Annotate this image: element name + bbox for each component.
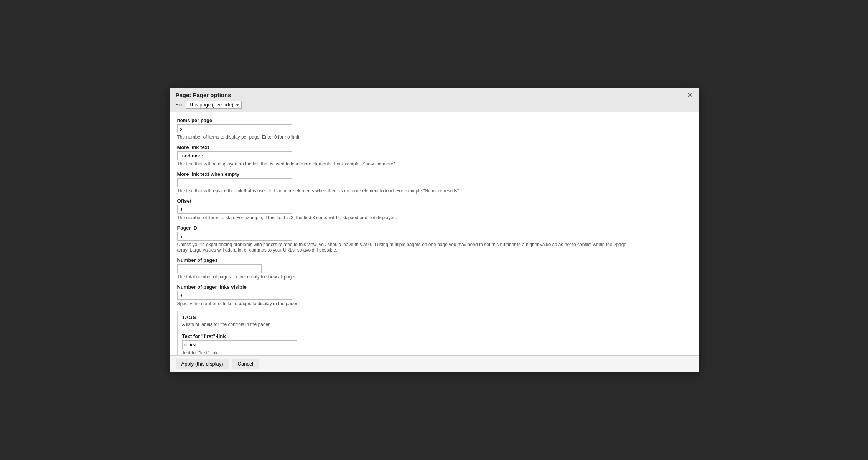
first-link-helper: Text for "first"-link (182, 350, 686, 355)
items-per-page-group: Items per page The number of items to di… (177, 117, 691, 140)
more-link-text-desc: The text that will be displayed on the l… (177, 161, 691, 167)
pager-links-visible-label: Number of pager links visible (177, 284, 691, 290)
pager-options-dialog: Page: Pager options For This page (overr… (170, 88, 699, 372)
more-link-text-empty-input[interactable] (177, 178, 292, 187)
pager-id-label: Pager ID (177, 225, 691, 231)
pager-links-visible-group: Number of pager links visible Specify th… (177, 284, 691, 306)
tags-section-title: TAGS (178, 311, 691, 322)
pager-id-desc: Unless you're experiencing problems with… (177, 242, 637, 253)
pager-links-visible-input[interactable] (177, 291, 292, 300)
tags-section: TAGS A lists of labels for the controls … (177, 311, 691, 355)
apply-button[interactable]: Apply (this display) (176, 359, 229, 369)
dialog-body: Items per page The number of items to di… (170, 112, 699, 355)
offset-label: Offset (177, 198, 691, 204)
more-link-text-label: More link text (177, 144, 691, 150)
first-link-input[interactable] (182, 340, 297, 349)
pager-id-input[interactable] (177, 232, 292, 241)
offset-desc: The number of items to skip. For example… (177, 215, 691, 220)
dialog-overlay: Page: Pager options For This page (overr… (0, 0, 868, 460)
number-of-pages-desc: The total number of pages. Leave empty t… (177, 274, 691, 280)
number-of-pages-input[interactable] (177, 264, 262, 273)
tags-section-desc: A lists of labels for the controls in th… (178, 322, 691, 330)
first-link-label: Text for "first"-link (182, 333, 686, 339)
tags-section-content: Text for "first"-link Text for "first"-l… (178, 330, 691, 355)
dialog-title: Page: Pager options (176, 92, 693, 98)
items-per-page-label: Items per page (177, 117, 691, 123)
more-link-text-empty-desc: The text that will replace the link that… (177, 188, 691, 194)
more-link-text-empty-group: More link text when empty The text that … (177, 171, 691, 194)
close-button[interactable]: ✕ (685, 91, 695, 99)
more-link-text-group: More link text The text that will be dis… (177, 144, 691, 167)
more-link-text-empty-label: More link text when empty (177, 171, 691, 177)
items-per-page-desc: The number of items to display per page.… (177, 134, 691, 140)
dialog-footer: Apply (this display) Cancel (170, 355, 699, 372)
for-label: For (176, 102, 183, 108)
first-link-group: Text for "first"-link Text for "first"-l… (182, 333, 686, 355)
number-of-pages-group: Number of pages The total number of page… (177, 257, 691, 280)
more-link-text-input[interactable] (177, 151, 292, 160)
number-of-pages-label: Number of pages (177, 257, 691, 263)
cancel-button[interactable]: Cancel (232, 359, 259, 369)
offset-group: Offset The number of items to skip. For … (177, 198, 691, 220)
for-row: For This page (override) All displays Al… (176, 101, 693, 109)
offset-input[interactable] (177, 205, 292, 214)
for-select[interactable]: This page (override) All displays All pa… (186, 101, 242, 109)
dialog-header: Page: Pager options For This page (overr… (170, 88, 699, 112)
pager-id-group: Pager ID Unless you're experiencing prob… (177, 225, 691, 253)
pager-links-visible-desc: Specify the number of links to pages to … (177, 301, 691, 306)
items-per-page-input[interactable] (177, 124, 292, 133)
